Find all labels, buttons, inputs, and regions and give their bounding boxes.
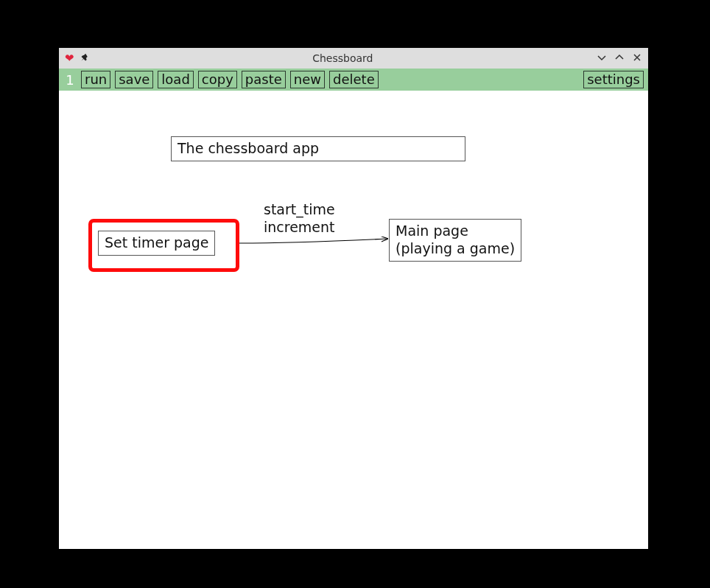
node-main-page[interactable]: Main page (playing a game) (389, 219, 521, 262)
node-set-timer-page[interactable]: Set timer page (98, 231, 215, 256)
edge-label-timer-to-main[interactable]: start_time increment (264, 201, 335, 237)
close-button[interactable] (632, 52, 642, 64)
run-button[interactable]: run (81, 71, 110, 88)
settings-button[interactable]: settings (583, 71, 644, 88)
titlebar-left: ❤ (65, 53, 89, 64)
save-button[interactable]: save (115, 71, 153, 88)
new-button[interactable]: new (290, 71, 325, 88)
window-controls (597, 52, 642, 64)
window-title: Chessboard (94, 52, 592, 64)
delete-button[interactable]: delete (329, 71, 379, 88)
maximize-button[interactable] (614, 52, 625, 64)
edge-timer-to-main[interactable] (239, 239, 387, 243)
toolbar-index: 1 (63, 72, 77, 88)
copy-button[interactable]: copy (198, 71, 237, 88)
pin-icon[interactable] (80, 53, 89, 63)
titlebar: ❤ Chessboard (59, 48, 648, 69)
app-window: ❤ Chessboard 1 run save load copy past (59, 48, 648, 549)
toolbar: 1 run save load copy paste new delete se… (59, 69, 648, 91)
paste-button[interactable]: paste (242, 71, 286, 88)
node-title-box[interactable]: The chessboard app (171, 136, 465, 161)
heart-icon: ❤ (65, 53, 74, 64)
diagram-canvas[interactable]: The chessboard app Set timer page Main p… (59, 91, 648, 549)
load-button[interactable]: load (158, 71, 193, 88)
minimize-button[interactable] (597, 52, 607, 64)
